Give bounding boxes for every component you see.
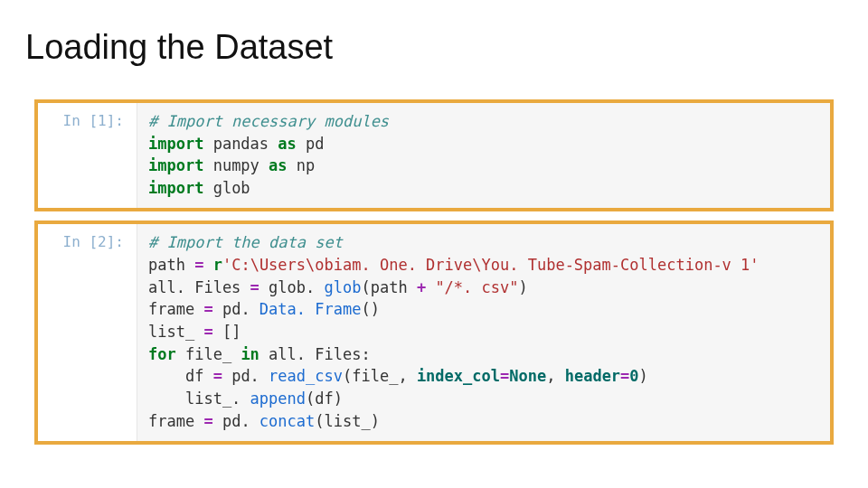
code-token: 'C:\Users\obiam. One. Drive\You. Tube-Sp… [222,256,760,274]
code-token: ) [639,367,648,385]
code-token: () [361,300,379,318]
code-token: import [148,156,203,174]
code-token: frame [148,412,203,430]
cell-prompt: In [1]: [38,103,137,129]
code-token: = [194,256,203,274]
code-token: import [148,135,203,153]
code-token: # Import the data set [148,233,343,251]
code-token: , [546,367,564,385]
code-token: Data. Frame [259,300,362,318]
code-token: in [241,345,259,363]
code-token: header [565,367,620,385]
code-token: pd. [222,367,269,385]
code-token: # Import necessary modules [148,112,389,130]
code-token: pd. [213,300,259,318]
code-token: file_ [176,345,241,363]
code-token: df [148,367,213,385]
code-token: all. Files: [259,345,371,363]
code-token: pd. [213,412,259,430]
code-token: import [148,179,203,197]
code-token: = [250,278,259,296]
code-token: frame [148,300,203,318]
code-token: (path [361,278,416,296]
code-token: [] [213,323,241,341]
code-token: = [203,300,212,318]
code-token: np [288,156,316,174]
code-token: glob. [259,278,325,296]
code-token: path [148,256,194,274]
code-token: glob [203,179,250,197]
code-token: = [203,323,212,341]
code-token [203,256,212,274]
code-token: list_. [148,389,250,408]
code-token: read_csv [269,367,343,385]
code-token: as [269,156,287,174]
code-token: "/*. csv" [435,278,518,296]
code-token [426,278,435,296]
code-token: (file_, [343,367,417,385]
code-token: concat [259,412,315,430]
code-token: glob [325,278,362,296]
code-token: None [509,367,546,385]
code-token: index_col [417,367,500,385]
code-token: pd [297,135,325,153]
code-block: # Import the data set path = r'C:\Users\… [148,231,819,432]
code-token: list_ [148,323,203,341]
page-title: Loading the Dataset [0,23,868,76]
code-input[interactable]: # Import the data set path = r'C:\Users\… [137,224,830,441]
code-token: as [278,135,296,153]
code-token: (list_) [315,412,380,430]
code-token: append [250,389,306,408]
notebook-cell-2: In [2]: # Import the data set path = r'C… [34,221,834,445]
code-token: = [620,367,629,385]
code-token: = [500,367,509,385]
code-input[interactable]: # Import necessary modules import pandas… [137,103,830,209]
code-token: (df) [306,389,343,408]
code-token: = [203,412,212,430]
code-block: # Import necessary modules import pandas… [148,110,819,200]
cell-prompt: In [2]: [38,224,137,250]
code-token: ) [519,278,528,296]
code-token: = [213,367,222,385]
code-token: for [148,345,176,363]
code-token: r [213,256,222,274]
notebook-cell-1: In [1]: # Import necessary modules impor… [34,99,834,212]
code-token: all. Files [148,278,250,296]
code-token: numpy [203,156,269,174]
code-token: + [417,278,426,296]
code-token: pandas [203,135,278,153]
code-token: 0 [629,367,638,385]
